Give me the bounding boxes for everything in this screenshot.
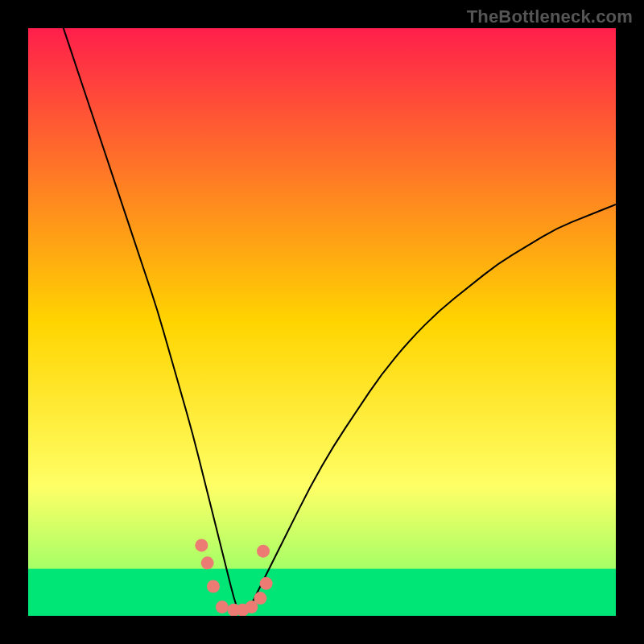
highlight-dot	[257, 545, 270, 558]
highlight-dot	[216, 601, 229, 613]
highlight-dot	[260, 577, 273, 590]
highlight-dot	[195, 539, 208, 551]
chart-frame: TheBottleneck.com	[0, 0, 644, 644]
bottleneck-chart	[28, 28, 616, 616]
optimal-band	[28, 569, 616, 616]
gradient-background	[28, 28, 616, 616]
highlight-dot	[207, 580, 220, 593]
highlight-dot	[201, 556, 214, 569]
plot-area	[28, 28, 616, 616]
highlight-dot	[254, 592, 266, 605]
watermark-text: TheBottleneck.com	[467, 6, 633, 27]
